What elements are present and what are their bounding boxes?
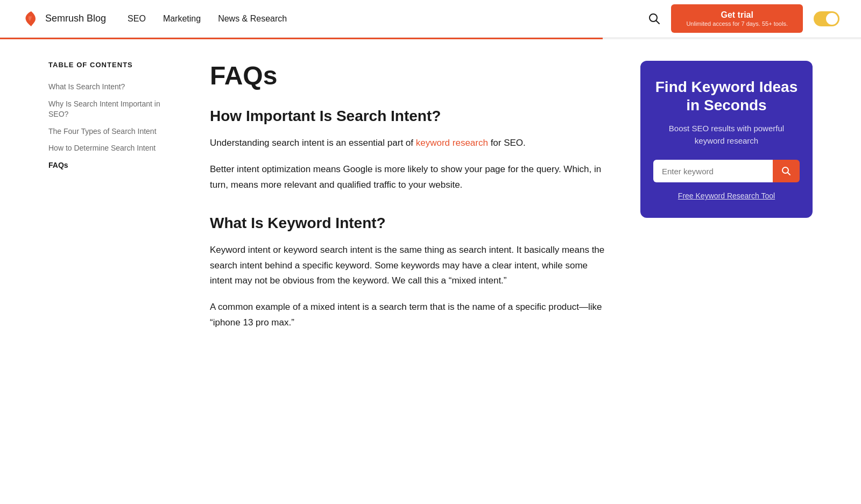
keyword-research-link[interactable]: keyword research (416, 138, 488, 148)
toc-item-four-types[interactable]: The Four Types of Search Intent (48, 124, 178, 139)
toc-list: What Is Search Intent? Why Is Search Int… (48, 80, 178, 173)
header-right-area: Get trial Unlimited access for 7 days. 5… (648, 4, 839, 32)
free-tool-link[interactable]: Free Keyword Research Tool (678, 191, 775, 200)
keyword-search-button[interactable] (773, 160, 800, 182)
search-button[interactable] (648, 13, 660, 25)
section-2-para-2: A common example of a mixed intent is a … (210, 300, 608, 331)
search-icon (648, 13, 660, 25)
semrush-logo-icon (22, 9, 41, 29)
toc-item-faqs[interactable]: FAQs (48, 158, 178, 173)
keyword-card-subtitle: Boost SEO results with powerful keyword … (653, 123, 800, 147)
logo-text: Semrush Blog (45, 13, 106, 24)
toc-item-why-important[interactable]: Why Is Search Intent Important in SEO? (48, 97, 178, 122)
page-heading: FAQs (210, 61, 608, 90)
toc-item-determine[interactable]: How to Determine Search Intent (48, 141, 178, 156)
section-heading-keyword-intent: What Is Keyword Intent? (210, 215, 608, 232)
svg-line-1 (657, 20, 660, 24)
main-article: FAQs How Important Is Search Intent? Und… (210, 61, 608, 342)
keyword-search-row (653, 160, 800, 182)
page-layout: TABLE OF CONTENTS What Is Search Intent?… (27, 39, 834, 363)
search-icon-card (781, 166, 791, 176)
site-header: Semrush Blog SEO Marketing News & Resear… (0, 0, 861, 38)
svg-line-3 (788, 173, 791, 175)
main-nav: SEO Marketing News & Research (128, 14, 648, 24)
nav-marketing[interactable]: Marketing (163, 14, 201, 24)
keyword-card-title: Find Keyword Ideas in Seconds (653, 78, 800, 114)
theme-toggle[interactable] (814, 11, 839, 26)
get-trial-button[interactable]: Get trial Unlimited access for 7 days. 5… (671, 4, 803, 32)
toc-heading: TABLE OF CONTENTS (48, 61, 178, 69)
section-heading-importance: How Important Is Search Intent? (210, 108, 608, 125)
logo-link[interactable]: Semrush Blog (22, 9, 106, 29)
section-1-para-2: Better intent optimization means Google … (210, 162, 608, 193)
nav-news-research[interactable]: News & Research (218, 14, 287, 24)
keyword-research-card: Find Keyword Ideas in Seconds Boost SEO … (640, 61, 813, 218)
section-1-para-1: Understanding search intent is an essent… (210, 136, 608, 151)
section-2-para-1: Keyword intent or keyword search intent … (210, 243, 608, 289)
table-of-contents: TABLE OF CONTENTS What Is Search Intent?… (48, 61, 178, 342)
toc-item-search-intent[interactable]: What Is Search Intent? (48, 80, 178, 95)
get-trial-label: Get trial (721, 10, 753, 20)
keyword-input[interactable] (653, 160, 773, 182)
right-sidebar: Find Keyword Ideas in Seconds Boost SEO … (640, 61, 813, 342)
nav-seo[interactable]: SEO (128, 14, 146, 24)
get-trial-subtitle: Unlimited access for 7 days. 55+ tools. (686, 20, 788, 27)
